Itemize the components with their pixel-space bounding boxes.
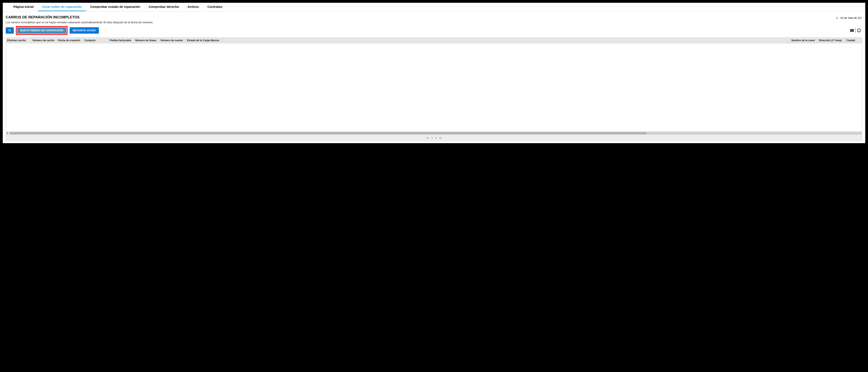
carts-table: Eliminar carrito Número de carrito Fecha… <box>6 37 862 135</box>
table-header: Eliminar carrito Número de carrito Fecha… <box>6 38 862 43</box>
svg-rect-3 <box>851 29 852 32</box>
svg-point-0 <box>9 29 10 31</box>
col-account-name[interactable]: Nombre de la cuent <box>790 38 818 43</box>
tab-create-repair[interactable]: Crear orden de reparación <box>38 3 86 11</box>
svg-rect-12 <box>441 137 441 139</box>
col-cart-number[interactable]: Número de carrito <box>31 38 57 43</box>
pager <box>6 135 862 141</box>
tab-check-right[interactable]: Comprobar derecho <box>144 3 183 11</box>
tab-assets[interactable]: Activos <box>183 3 203 11</box>
horizontal-scrollbar[interactable] <box>6 131 862 135</box>
svg-rect-7 <box>427 137 427 139</box>
col-billable[interactable]: Pedido facturable <box>108 38 134 43</box>
last-page-icon <box>439 137 442 139</box>
pager-last[interactable] <box>439 137 442 139</box>
svg-marker-9 <box>431 137 433 139</box>
need-help-button[interactable]: NECESITO AYUDA <box>70 27 99 34</box>
next-page-icon <box>435 137 437 139</box>
table-body <box>6 43 862 131</box>
tab-home[interactable]: Página inicial <box>9 3 38 11</box>
svg-marker-11 <box>439 137 441 139</box>
col-bulk-status[interactable]: Estado de la Carga Masiva <box>186 38 790 43</box>
tab-check-status[interactable]: Comprobar estado de reparación <box>86 3 144 11</box>
col-contact[interactable]: Contacto <box>83 38 108 43</box>
svg-marker-10 <box>435 137 437 139</box>
refresh-icon <box>857 28 861 33</box>
svg-marker-6 <box>860 132 861 134</box>
col-lines[interactable]: Número de líneas <box>134 38 159 43</box>
scroll-thumb[interactable] <box>10 132 646 134</box>
toolbar-divider <box>855 28 856 33</box>
scroll-right-icon <box>859 132 862 135</box>
search-button[interactable] <box>6 27 14 34</box>
new-repair-button[interactable]: NUEVO PEDIDO DE RAPARACIÓN <box>17 27 66 34</box>
col-city[interactable]: Ciudad <box>845 38 862 43</box>
highlight-new-repair: NUEVO PEDIDO DE RAPARACIÓN <box>16 26 67 35</box>
svg-line-1 <box>10 31 11 32</box>
col-delete-cart[interactable]: Eliminar carrito <box>6 38 31 43</box>
page-subtitle: Los carritos incompletos que no se hayan… <box>3 20 865 26</box>
search-icon <box>8 29 11 32</box>
pager-next[interactable] <box>435 137 437 139</box>
page-title: CARROS DE REPARACIÓN INCOMPLETOS <box>6 15 80 20</box>
columns-icon <box>850 28 854 33</box>
scroll-track[interactable] <box>10 132 858 134</box>
svg-rect-4 <box>853 29 854 32</box>
pager-prev[interactable] <box>431 137 433 139</box>
tab-contracts[interactable]: Contratos <box>203 3 227 11</box>
col-address1[interactable]: Dirección (1ª línea) <box>818 38 845 43</box>
col-created[interactable]: Fecha de creación <box>57 38 83 43</box>
columns-button[interactable] <box>850 28 854 33</box>
scroll-left-icon <box>6 132 9 135</box>
svg-marker-5 <box>7 132 8 134</box>
record-range: 1 - 10 de más de 10+ <box>836 16 862 20</box>
first-page-icon <box>426 137 429 139</box>
prev-page-icon <box>431 137 433 139</box>
tab-bar: Página inicial Crear orden de reparación… <box>3 3 865 11</box>
pager-first[interactable] <box>426 137 429 139</box>
refresh-button[interactable] <box>857 28 861 33</box>
svg-marker-8 <box>427 137 429 139</box>
col-account-number[interactable]: Número de cuenta <box>159 38 186 43</box>
svg-rect-2 <box>850 29 851 32</box>
